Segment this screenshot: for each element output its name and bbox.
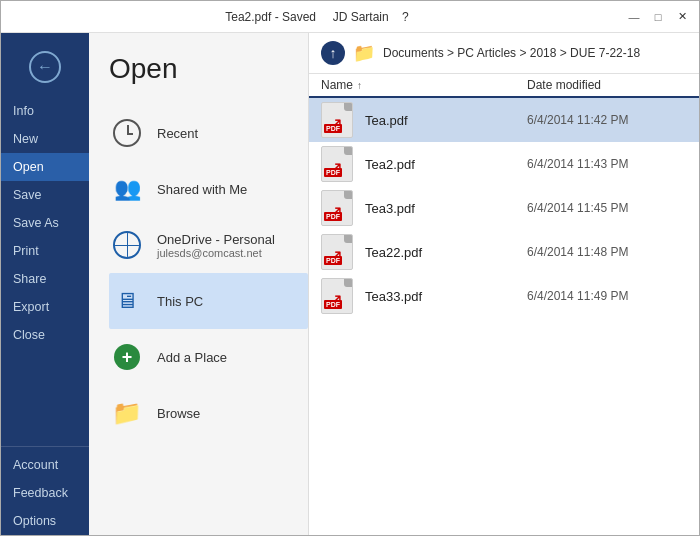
sidebar-item-info[interactable]: Info xyxy=(1,97,89,125)
application-window: Tea2.pdf - Saved JD Sartain ? — □ ✕ ← In… xyxy=(0,0,700,536)
file-name: Tea22.pdf xyxy=(365,245,527,260)
pdf-badge: PDF xyxy=(324,124,342,133)
folder-icon: 📁 xyxy=(109,395,145,431)
date-col-label: Date modified xyxy=(527,78,601,92)
sidebar: ← Info New Open Save Save As Print Share… xyxy=(1,33,89,535)
back-button[interactable]: ← xyxy=(1,41,89,93)
clock-icon xyxy=(109,115,145,151)
pdf-file-icon: ↗ PDF xyxy=(321,234,357,270)
table-row[interactable]: ↗ PDF Tea.pdf 6/4/2014 11:42 PM xyxy=(309,98,699,142)
file-browser: ↑ 📁 Documents > PC Articles > 2018 > DUE… xyxy=(309,33,699,535)
titlebar: Tea2.pdf - Saved JD Sartain ? — □ ✕ xyxy=(1,1,699,33)
breadcrumb-bar: ↑ 📁 Documents > PC Articles > 2018 > DUE… xyxy=(309,33,699,74)
onedrive-sublabel: julesds@comcast.net xyxy=(157,247,275,259)
table-row[interactable]: ↗ PDF Tea33.pdf 6/4/2014 11:49 PM xyxy=(309,274,699,318)
recent-label: Recent xyxy=(157,126,198,141)
sidebar-item-account[interactable]: Account xyxy=(1,451,89,479)
table-row[interactable]: ↗ PDF Tea2.pdf 6/4/2014 11:43 PM xyxy=(309,142,699,186)
table-row[interactable]: ↗ PDF Tea22.pdf 6/4/2014 11:48 PM xyxy=(309,230,699,274)
sidebar-item-feedback[interactable]: Feedback xyxy=(1,479,89,507)
sidebar-nav: Info New Open Save Save As Print Share E… xyxy=(1,97,89,446)
open-nav-onedrive[interactable]: OneDrive - Personal julesds@comcast.net xyxy=(109,217,308,273)
open-title: Open xyxy=(109,53,308,85)
file-list-header: Name ↑ Date modified xyxy=(309,74,699,98)
titlebar-title: Tea2.pdf - Saved JD Sartain ? xyxy=(9,10,625,24)
close-button[interactable]: ✕ xyxy=(673,8,691,26)
table-row[interactable]: ↗ PDF Tea3.pdf 6/4/2014 11:45 PM xyxy=(309,186,699,230)
content-area: Open Recent 👥 Shared with Me xyxy=(89,33,699,535)
minimize-button[interactable]: — xyxy=(625,8,643,26)
sidebar-item-save[interactable]: Save xyxy=(1,181,89,209)
titlebar-user: JD Sartain xyxy=(333,10,389,24)
pdf-file-icon: ↗ PDF xyxy=(321,102,357,138)
pdf-file-icon: ↗ PDF xyxy=(321,146,357,182)
file-name: Tea2.pdf xyxy=(365,157,527,172)
main-layout: ← Info New Open Save Save As Print Share… xyxy=(1,33,699,535)
open-nav-recent[interactable]: Recent xyxy=(109,105,308,161)
file-name: Tea33.pdf xyxy=(365,289,527,304)
thispc-label: This PC xyxy=(157,294,203,309)
open-nav-thispc[interactable]: 🖥 This PC xyxy=(109,273,308,329)
onedrive-labels: OneDrive - Personal julesds@comcast.net xyxy=(157,232,275,259)
column-name[interactable]: Name ↑ xyxy=(321,78,527,92)
addplace-label: Add a Place xyxy=(157,350,227,365)
onedrive-label: OneDrive - Personal xyxy=(157,232,275,247)
sidebar-item-options[interactable]: Options xyxy=(1,507,89,535)
sidebar-item-export[interactable]: Export xyxy=(1,293,89,321)
pdf-file-icon: ↗ PDF xyxy=(321,278,357,314)
file-list-scroll[interactable]: ↗ PDF Tea.pdf 6/4/2014 11:42 PM ↗ PDF Te… xyxy=(309,98,699,535)
open-panel: Open Recent 👥 Shared with Me xyxy=(89,33,309,535)
file-date: 6/4/2014 11:48 PM xyxy=(527,245,687,259)
sidebar-item-open[interactable]: Open xyxy=(1,153,89,181)
file-name: Tea3.pdf xyxy=(365,201,527,216)
globe-icon xyxy=(109,227,145,263)
sort-arrow-icon: ↑ xyxy=(357,80,362,91)
sidebar-item-share[interactable]: Share xyxy=(1,265,89,293)
doc-title: Tea2.pdf - Saved xyxy=(225,10,316,24)
file-date: 6/4/2014 11:45 PM xyxy=(527,201,687,215)
pdf-badge: PDF xyxy=(324,168,342,177)
breadcrumb-up-button[interactable]: ↑ xyxy=(321,41,345,65)
sidebar-item-close[interactable]: Close xyxy=(1,321,89,349)
open-nav-shared[interactable]: 👥 Shared with Me xyxy=(109,161,308,217)
breadcrumb-folder-icon: 📁 xyxy=(353,42,375,64)
open-nav-browse[interactable]: 📁 Browse xyxy=(109,385,308,441)
sidebar-bottom: Account Feedback Options xyxy=(1,446,89,535)
file-date: 6/4/2014 11:42 PM xyxy=(527,113,687,127)
sidebar-item-saveas[interactable]: Save As xyxy=(1,209,89,237)
maximize-button[interactable]: □ xyxy=(649,8,667,26)
titlebar-help[interactable]: ? xyxy=(402,10,409,24)
pdf-badge: PDF xyxy=(324,300,342,309)
pdf-badge: PDF xyxy=(324,212,342,221)
back-circle-icon[interactable]: ← xyxy=(29,51,61,83)
titlebar-controls: — □ ✕ xyxy=(625,8,691,26)
sidebar-item-print[interactable]: Print xyxy=(1,237,89,265)
breadcrumb-path: Documents > PC Articles > 2018 > DUE 7-2… xyxy=(383,46,640,60)
column-date[interactable]: Date modified xyxy=(527,78,687,92)
pdf-badge: PDF xyxy=(324,256,342,265)
pdf-file-icon: ↗ PDF xyxy=(321,190,357,226)
file-date: 6/4/2014 11:43 PM xyxy=(527,157,687,171)
computer-icon: 🖥 xyxy=(109,283,145,319)
name-col-label: Name xyxy=(321,78,353,92)
file-date: 6/4/2014 11:49 PM xyxy=(527,289,687,303)
open-nav-addplace[interactable]: + Add a Place xyxy=(109,329,308,385)
plus-icon: + xyxy=(109,339,145,375)
shared-label: Shared with Me xyxy=(157,182,247,197)
file-name: Tea.pdf xyxy=(365,113,527,128)
browse-label: Browse xyxy=(157,406,200,421)
people-icon: 👥 xyxy=(109,171,145,207)
sidebar-item-new[interactable]: New xyxy=(1,125,89,153)
